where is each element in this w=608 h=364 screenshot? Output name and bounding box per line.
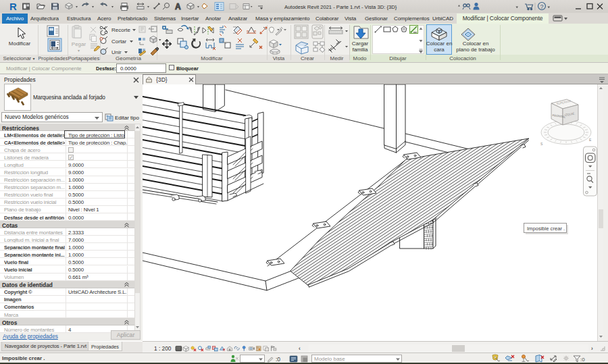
svg-text:R: R xyxy=(9,1,17,12)
svg-text:Cortar: Cortar xyxy=(111,38,127,45)
svg-text:Imposible crear .: Imposible crear . xyxy=(527,226,565,232)
svg-text:A: A xyxy=(175,2,181,11)
svg-text:S: S xyxy=(540,142,543,146)
svg-text:E: E xyxy=(589,138,592,142)
svg-text:Autodesk Revit 2021 - Parte 1.: Autodesk Revit 2021 - Parte 1.rvt - Vist… xyxy=(284,4,397,10)
svg-text:?: ? xyxy=(540,3,544,10)
svg-text::0: :0 xyxy=(276,356,280,363)
svg-text::0: :0 xyxy=(580,357,585,363)
svg-text:Recorte: Recorte xyxy=(111,27,131,33)
svg-text:Unir: Unir xyxy=(111,49,122,55)
